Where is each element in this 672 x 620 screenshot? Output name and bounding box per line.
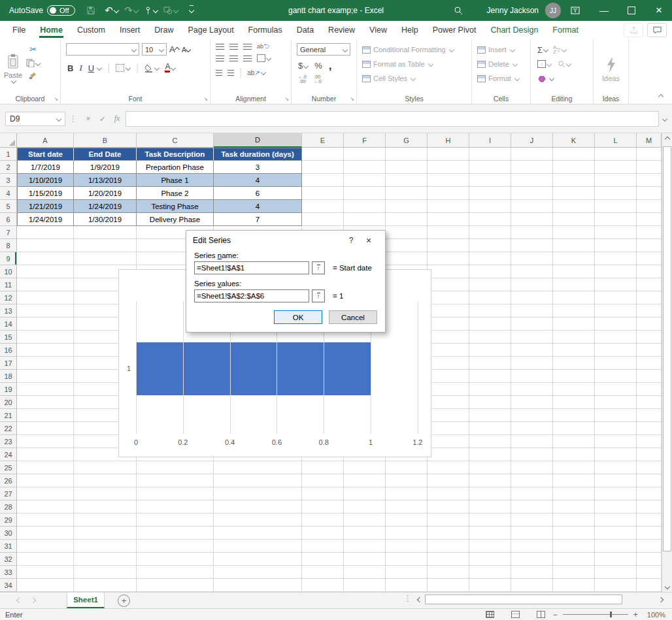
column-header-A[interactable]: A — [17, 133, 74, 148]
cell-B4[interactable]: 1/20/2019 — [74, 187, 137, 200]
cell-D6[interactable]: 7 — [214, 213, 302, 226]
collapse-dialog-button-2[interactable]: ↑ — [312, 289, 325, 302]
select-all-corner[interactable] — [0, 133, 17, 148]
align-left-icon[interactable] — [216, 56, 224, 61]
cancel-entry-icon[interactable]: × — [81, 114, 95, 123]
zoom-out-icon[interactable]: − — [553, 610, 558, 619]
wrap-text-icon[interactable]: ab⮌ — [257, 43, 269, 50]
font-name-select[interactable] — [66, 43, 139, 56]
copy-icon[interactable] — [26, 59, 40, 67]
tab-draw[interactable]: Draw — [147, 22, 180, 38]
cell-D3[interactable]: 4 — [214, 174, 302, 187]
column-header-E[interactable]: E — [302, 133, 344, 148]
paste-button[interactable]: Paste — [4, 42, 22, 94]
cell-C4[interactable]: Phase 2 — [137, 187, 214, 200]
collapse-dialog-button[interactable]: ↑ — [312, 261, 325, 274]
decrease-decimal-icon[interactable]: .00→.0 — [313, 74, 322, 84]
decrease-indent-icon[interactable] — [216, 70, 222, 76]
font-color-icon[interactable]: A — [165, 63, 175, 73]
row-header-30[interactable]: 30 — [0, 527, 17, 540]
row-header-12[interactable]: 12 — [0, 291, 17, 304]
tab-review[interactable]: Review — [321, 22, 362, 38]
row-header-10[interactable]: 10 — [0, 265, 17, 278]
column-header-B[interactable]: B — [74, 133, 137, 148]
cell-C6[interactable]: Delivery Phase — [137, 213, 214, 226]
scroll-up-icon[interactable] — [664, 136, 669, 141]
row-header-21[interactable]: 21 — [0, 409, 17, 422]
row-header-20[interactable]: 20 — [0, 396, 17, 409]
row-header-29[interactable]: 29 — [0, 514, 17, 527]
next-sheet-icon[interactable] — [26, 593, 41, 608]
cell-header-B1[interactable]: End Date — [74, 148, 137, 161]
cell-A2[interactable]: 1/7/2019 — [17, 161, 74, 174]
avatar[interactable]: JJ — [545, 3, 561, 18]
redo-icon[interactable]: ↷ — [124, 3, 139, 18]
row-header-25[interactable]: 25 — [0, 461, 17, 474]
row-header-31[interactable]: 31 — [0, 540, 17, 553]
cell-header-D1[interactable]: Task duration (days) — [214, 148, 302, 161]
ok-button[interactable]: OK — [274, 310, 322, 324]
conditional-formatting-button[interactable]: Conditional Formatting — [362, 42, 471, 57]
maximize-button[interactable] — [618, 0, 645, 21]
find-select-icon[interactable] — [558, 60, 571, 68]
zoom-level[interactable]: 100% — [647, 611, 665, 619]
row-header-9[interactable]: 9 — [0, 252, 17, 265]
tab-formulas[interactable]: Formulas — [241, 22, 290, 38]
dialog-title-bar[interactable]: Edit Series ? × — [186, 231, 385, 250]
tab-custom[interactable]: Custom — [70, 22, 112, 38]
undo-icon[interactable]: ↶ — [104, 3, 120, 18]
row-header-15[interactable]: 15 — [0, 331, 17, 344]
row-header-33[interactable]: 33 — [0, 566, 17, 579]
cell-D2[interactable]: 3 — [214, 161, 302, 174]
name-box[interactable]: D9 — [5, 112, 65, 126]
cell-D4[interactable]: 6 — [214, 187, 302, 200]
row-header-17[interactable]: 17 — [0, 357, 17, 370]
dialog-help-button[interactable]: ? — [343, 236, 359, 245]
page-layout-view-icon[interactable] — [511, 611, 520, 618]
share-button[interactable] — [624, 23, 643, 37]
fill-color-icon[interactable] — [144, 64, 159, 73]
tab-format[interactable]: Format — [545, 22, 586, 38]
row-header-7[interactable]: 7 — [0, 226, 17, 239]
align-bottom-icon[interactable] — [243, 44, 252, 50]
ribbon-display-icon[interactable] — [567, 3, 583, 18]
align-top-icon[interactable] — [216, 44, 224, 50]
tab-view[interactable]: View — [362, 22, 394, 38]
tab-chart-design[interactable]: Chart Design — [483, 22, 545, 38]
row-header-34[interactable]: 34 — [0, 579, 17, 592]
vertical-scroll-thumb[interactable] — [663, 146, 671, 551]
cell-header-C1[interactable]: Task Description — [137, 148, 214, 161]
row-header-19[interactable]: 19 — [0, 383, 17, 396]
row-header-4[interactable]: 4 — [0, 187, 17, 200]
tab-file[interactable]: File — [5, 22, 33, 38]
dialog-close-button[interactable]: × — [359, 235, 378, 246]
italic-button[interactable]: I — [79, 63, 82, 73]
shapes-icon[interactable] — [163, 3, 178, 18]
row-header-6[interactable]: 6 — [0, 213, 17, 226]
cell-header-A1[interactable]: Start date — [17, 148, 74, 161]
currency-icon[interactable]: $ — [298, 61, 308, 71]
column-header-I[interactable]: I — [469, 133, 511, 148]
prev-sheet-icon[interactable] — [12, 593, 26, 608]
align-right-icon[interactable] — [243, 56, 252, 61]
enter-entry-icon[interactable]: ✓ — [95, 114, 110, 123]
cell-B5[interactable]: 1/24/2019 — [74, 200, 137, 213]
customize-qat-icon[interactable] — [184, 3, 199, 18]
cell-A6[interactable]: 1/24/2019 — [17, 213, 74, 226]
increase-decimal-icon[interactable]: ←.0.00 — [298, 74, 307, 84]
row-header-23[interactable]: 23 — [0, 435, 17, 448]
row-header-18[interactable]: 18 — [0, 370, 17, 383]
zoom-slider-thumb[interactable] — [610, 612, 612, 617]
cell-C5[interactable]: Testing Phase — [137, 200, 214, 213]
tab-power-pivot[interactable]: Power Pivot — [426, 22, 484, 38]
cell-A5[interactable]: 1/21/2019 — [17, 200, 74, 213]
column-header-H[interactable]: H — [428, 133, 469, 148]
increase-indent-icon[interactable] — [227, 70, 234, 76]
fill-down-icon[interactable]: ↓ — [537, 60, 551, 68]
row-header-28[interactable]: 28 — [0, 500, 17, 514]
format-cells-button[interactable]: Format — [477, 71, 530, 86]
percent-icon[interactable]: % — [314, 61, 322, 71]
column-header-G[interactable]: G — [386, 133, 428, 148]
touch-mode-icon[interactable] — [143, 3, 159, 18]
row-header-13[interactable]: 13 — [0, 304, 17, 318]
